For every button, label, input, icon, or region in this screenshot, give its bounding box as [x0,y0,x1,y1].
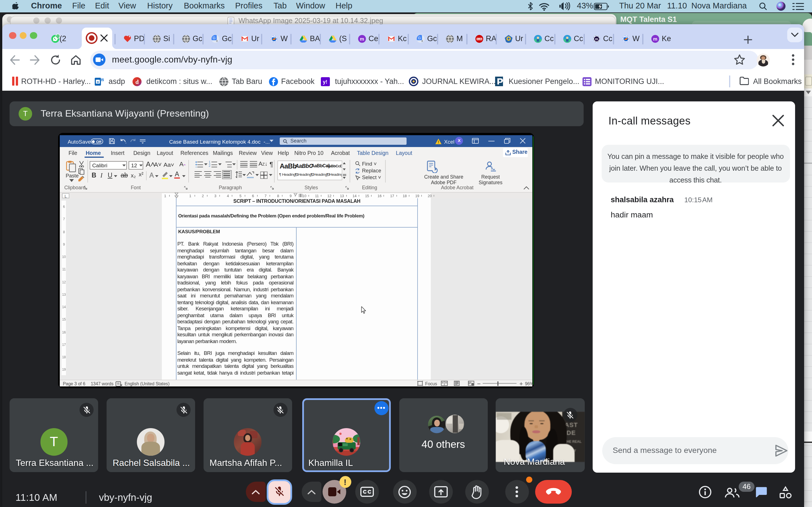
svg-text:o: o [96,80,98,83]
svg-text:G: G [212,36,215,40]
svg-text:x: x [216,39,218,43]
svg-text:x: x [491,166,493,169]
svg-text:m: m [595,37,598,41]
svg-text:!: ! [438,140,439,144]
svg-text:x: x [421,39,423,43]
svg-text:K-Lite: K-Lite [476,38,481,40]
svg-text:y!: y! [323,79,327,85]
svg-text:23: 23 [56,35,59,38]
svg-text:m: m [653,36,657,42]
svg-text:d: d [135,78,139,85]
svg-text:G: G [417,36,420,40]
svg-text:m: m [360,36,364,42]
